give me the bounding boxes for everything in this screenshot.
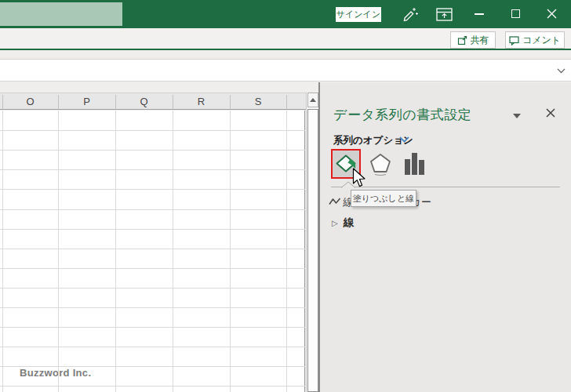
gridline-horizontal	[0, 130, 305, 131]
gridline-horizontal	[0, 366, 305, 367]
column-separator	[286, 95, 287, 109]
gridline-horizontal	[0, 249, 305, 249]
gridline-horizontal	[0, 386, 305, 387]
quick-access-area	[0, 2, 122, 26]
column-headers[interactable]: OPQRS	[0, 93, 306, 110]
gridline-vertical	[58, 111, 59, 392]
pane-options-dropdown-icon[interactable]	[513, 114, 521, 118]
ribbon-bottom-accent	[0, 49, 571, 50]
worksheet-grid[interactable]: Buzzword Inc.	[0, 111, 305, 392]
column-separator	[230, 95, 231, 109]
pane-close-icon[interactable]	[546, 108, 555, 118]
section-line-row[interactable]: ▷ 線	[332, 216, 354, 230]
gridline-horizontal	[0, 268, 305, 269]
gridline-vertical	[173, 111, 173, 392]
column-header-Q[interactable]: Q	[129, 96, 160, 107]
column-separator	[58, 95, 59, 109]
column-separator	[2, 95, 3, 109]
mouse-cursor-icon	[352, 168, 366, 189]
gridline-horizontal	[0, 150, 305, 151]
line-zigzag-icon	[329, 197, 341, 206]
close-window-button[interactable]	[547, 9, 557, 19]
minimize-button[interactable]	[475, 13, 484, 15]
column-header-S[interactable]: S	[242, 96, 274, 107]
gridline-horizontal	[0, 288, 305, 289]
title-bar: サインイン	[0, 0, 571, 28]
maximize-button[interactable]	[511, 9, 520, 18]
sign-in-button[interactable]: サインイン	[336, 7, 381, 22]
tooltip: 塗りつぶしと線	[351, 190, 416, 207]
pentagon-effects-icon	[368, 151, 393, 176]
gridline-vertical	[286, 111, 287, 392]
gridline-horizontal	[0, 169, 305, 170]
bar-chart-icon	[403, 151, 427, 176]
share-button[interactable]: 共有	[450, 31, 496, 49]
watermark-text: Buzzword Inc.	[20, 367, 91, 379]
series-options-chevron-icon[interactable]	[399, 136, 409, 143]
section-line-label: 線	[344, 216, 355, 230]
column-separator	[173, 95, 173, 109]
column-header-R[interactable]: R	[186, 96, 217, 107]
comment-button[interactable]: コメント	[505, 31, 565, 49]
scrollbar-thumb[interactable]	[307, 109, 318, 392]
ink-pen-icon[interactable]	[401, 6, 420, 23]
gridline-vertical	[2, 111, 3, 392]
comment-icon	[509, 35, 519, 45]
ribbon-display-options-icon[interactable]	[436, 8, 453, 21]
column-separator	[115, 95, 116, 109]
gridline-horizontal	[0, 189, 305, 190]
gridline-vertical	[230, 111, 231, 392]
gridline-horizontal	[0, 209, 305, 210]
gridline-horizontal	[0, 347, 305, 347]
vertical-scrollbar[interactable]	[306, 93, 318, 392]
tab-effects[interactable]	[366, 149, 395, 179]
scroll-up-arrow-icon	[310, 98, 316, 102]
gridline-horizontal	[0, 229, 305, 230]
comment-label: コメント	[522, 34, 561, 47]
formula-bar-expand-chevron-icon[interactable]	[557, 68, 566, 74]
scroll-up-button[interactable]	[307, 93, 318, 107]
share-icon	[457, 35, 467, 45]
column-header-O[interactable]: O	[15, 96, 46, 107]
gridline-horizontal	[0, 307, 305, 308]
pane-title: データ系列の書式設定	[333, 106, 471, 124]
format-data-series-pane: データ系列の書式設定 系列のオプション 線 マーカー 塗	[320, 82, 571, 392]
gridline-horizontal	[0, 327, 305, 328]
share-label: 共有	[471, 34, 489, 47]
column-header-P[interactable]: P	[71, 96, 103, 107]
formula-bar[interactable]	[0, 59, 571, 82]
collapse-triangle-icon[interactable]: ▷	[332, 219, 338, 227]
gridline-vertical	[115, 111, 116, 392]
tab-series-options[interactable]	[400, 149, 430, 179]
